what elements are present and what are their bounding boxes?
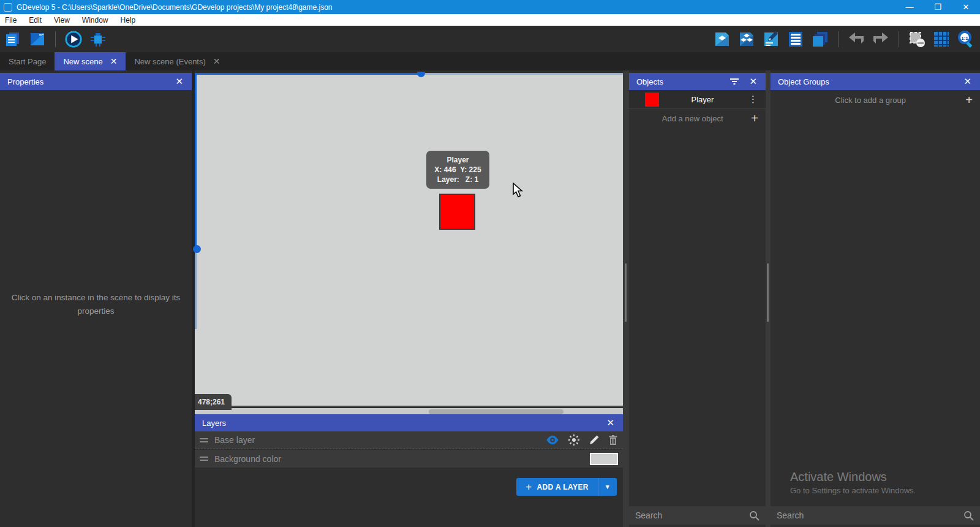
add-object-row[interactable]: Add a new object + — [629, 109, 766, 128]
tab-bar: Start Page New scene ✕ New scene (Events… — [0, 52, 980, 70]
zoom-original-icon[interactable]: 1:1 — [957, 30, 975, 48]
filter-icon[interactable] — [729, 78, 739, 85]
properties-panel: Properties ✕ Click on an instance in the… — [0, 70, 192, 527]
panel-divider — [623, 70, 629, 527]
scene-editor: Player X: 446 Y: 225 Layer: Z: 1 478;261… — [195, 70, 623, 527]
properties-empty-message: Click on an instance in the scene to dis… — [0, 291, 192, 317]
add-group-row[interactable]: Click to add a group + — [771, 90, 980, 110]
menu-edit[interactable]: Edit — [23, 14, 48, 26]
player-instance[interactable] — [439, 194, 475, 230]
titlebar[interactable]: GDevelop 5 - C:\Users\Sparkle\OneDrive\D… — [0, 0, 980, 14]
visibility-eye-icon[interactable] — [546, 435, 559, 445]
tooltip-layer: Layer: Z: 1 — [437, 175, 478, 184]
tab-new-scene-events[interactable]: New scene (Events) ✕ — [126, 52, 228, 70]
objects-search-input[interactable] — [635, 510, 749, 520]
object-groups-header: Object Groups ✕ — [771, 73, 980, 90]
edit-scene-properties-icon[interactable] — [762, 30, 780, 48]
object-groups-search-input[interactable] — [777, 510, 963, 520]
menu-window[interactable]: Window — [76, 14, 115, 26]
close-icon[interactable]: ✕ — [605, 417, 616, 428]
svg-text:1:1: 1:1 — [961, 35, 968, 40]
objects-title: Objects — [636, 77, 663, 86]
plus-icon: + — [526, 481, 532, 493]
menu-view[interactable]: View — [48, 14, 76, 26]
mouse-cursor — [512, 183, 526, 197]
project-manager-icon[interactable] — [4, 30, 22, 48]
groups-scrollbar-thumb[interactable] — [767, 264, 769, 322]
kebab-menu-icon[interactable]: ⋮ — [746, 94, 761, 105]
cursor-coordinates-badge: 478;261 — [195, 394, 232, 410]
panel-divider — [766, 70, 771, 527]
tab-start-page[interactable]: Start Page — [0, 52, 55, 70]
objects-panel: Objects ✕ Player ⋮ Add a new object + — [629, 70, 766, 527]
debug-icon[interactable] — [89, 30, 107, 48]
search-icon — [963, 510, 974, 521]
vertical-scroll-indicator[interactable] — [195, 73, 197, 406]
activate-windows-watermark: Activate Windows Go to Settings to activ… — [790, 470, 916, 495]
preview-play-icon[interactable] — [64, 30, 83, 48]
close-button[interactable]: ✕ — [952, 0, 980, 14]
grid-icon[interactable] — [932, 30, 951, 48]
drag-handle-icon[interactable] — [200, 438, 208, 442]
toolbar: 1:1 — [0, 26, 980, 52]
properties-header: Properties ✕ — [0, 73, 192, 90]
chevron-down-icon[interactable]: ▼ — [598, 483, 617, 490]
tab-new-scene[interactable]: New scene ✕ — [55, 52, 126, 70]
plus-icon: + — [750, 112, 760, 126]
delete-trash-icon[interactable] — [608, 434, 618, 445]
layers-icon[interactable] — [811, 30, 829, 48]
tab-close-icon[interactable]: ✕ — [213, 56, 221, 66]
layer-row-background-color[interactable]: Background color — [195, 450, 623, 468]
close-icon[interactable]: ✕ — [748, 76, 758, 87]
object-groups-search — [771, 506, 980, 525]
scene-canvas[interactable]: Player X: 446 Y: 225 Layer: Z: 1 — [195, 73, 623, 407]
layer-name: Background color — [214, 454, 281, 464]
objects-search — [629, 506, 766, 525]
horizontal-scroll-indicator[interactable] — [195, 73, 623, 75]
undo-icon[interactable] — [847, 30, 865, 48]
object-row-player[interactable]: Player ⋮ — [629, 90, 766, 109]
object-thumbnail — [645, 93, 659, 107]
window-title: GDevelop 5 - C:\Users\Sparkle\OneDrive\D… — [17, 3, 333, 12]
toolbar-separator — [899, 31, 899, 47]
tab-close-icon[interactable]: ✕ — [110, 56, 118, 66]
objects-scrollbar-thumb[interactable] — [625, 264, 627, 322]
menu-file[interactable]: File — [0, 14, 23, 26]
tooltip-coords: X: 446 Y: 225 — [434, 165, 481, 175]
toolbar-separator — [55, 31, 56, 47]
background-color-swatch[interactable] — [590, 453, 618, 465]
layer-row-base[interactable]: Base layer — [195, 431, 623, 449]
object-groups-panel: Object Groups ✕ Click to add a group + A… — [771, 70, 980, 527]
toolbar-separator — [838, 31, 839, 47]
tooltip-object-name: Player — [447, 155, 469, 165]
edit-pencil-icon[interactable] — [589, 434, 600, 445]
minimize-button[interactable]: — — [895, 0, 924, 14]
restore-button[interactable]: ❐ — [924, 0, 952, 14]
menubar: File Edit View Window Help — [0, 14, 980, 26]
layers-header: Layers ✕ — [195, 414, 623, 431]
menu-help[interactable]: Help — [115, 14, 142, 26]
start-page-icon[interactable] — [28, 30, 47, 48]
object-name: Player — [659, 95, 746, 104]
instances-list-icon[interactable] — [786, 30, 805, 48]
object-groups-icon[interactable] — [737, 30, 756, 48]
properties-title: Properties — [7, 77, 43, 86]
app-icon — [4, 3, 12, 12]
object-groups-title: Object Groups — [778, 77, 829, 86]
deselect-icon[interactable] — [908, 30, 926, 48]
layer-name: Base layer — [214, 435, 255, 445]
add-object-icon[interactable] — [713, 30, 731, 48]
instance-tooltip: Player X: 446 Y: 225 Layer: Z: 1 — [426, 151, 489, 189]
layers-title: Layers — [202, 419, 226, 428]
close-icon[interactable]: ✕ — [174, 76, 184, 87]
main-area: Properties ✕ Click on an instance in the… — [0, 70, 980, 527]
drag-handle-icon[interactable] — [200, 457, 208, 461]
gdevelop-window: GDevelop 5 - C:\Users\Sparkle\OneDrive\D… — [0, 0, 980, 527]
add-layer-button[interactable]: + ADD A LAYER ▼ — [516, 478, 617, 496]
plus-icon: + — [964, 93, 974, 107]
close-icon[interactable]: ✕ — [962, 76, 973, 87]
redo-icon[interactable] — [872, 30, 890, 48]
effects-icon[interactable] — [568, 434, 580, 446]
canvas-hscrollbar-thumb[interactable] — [429, 409, 564, 414]
layers-panel-body: + ADD A LAYER ▼ — [195, 468, 623, 527]
